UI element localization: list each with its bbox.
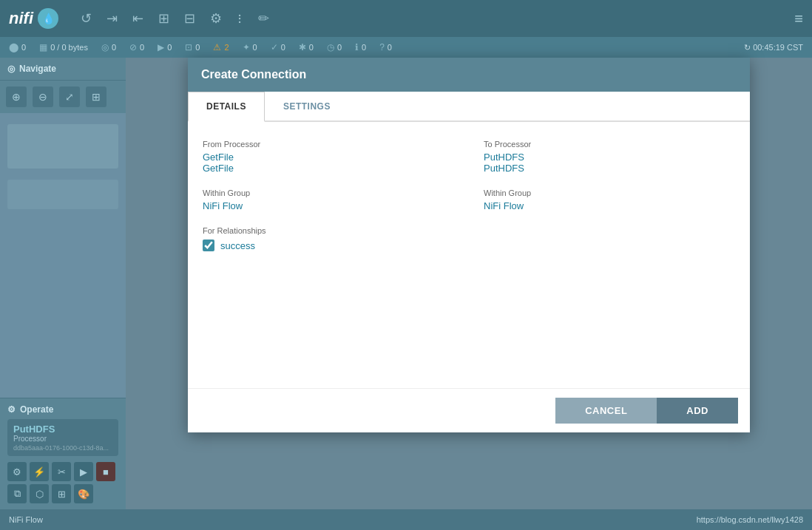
op-color-button[interactable]: 🎨: [74, 484, 93, 503]
sidebar-processor-block-2: [7, 180, 118, 209]
tab-settings[interactable]: SETTINGS: [265, 92, 349, 120]
main-area: ◎ Navigate ⊕ ⊖ ⤢ ⊞ ⚙ Operate PutHDFS Pro…: [0, 58, 812, 509]
cancel-button[interactable]: CANCEL: [555, 398, 657, 424]
to-processor-group: To Processor PutHDFS PutHDFS: [484, 140, 735, 174]
logo-area: nifi 💧: [9, 8, 58, 29]
status-item-queue: ⬤ 0: [9, 42, 26, 52]
queue-icon: ⬤: [9, 42, 18, 52]
sidebar-processor-block-1: [7, 124, 118, 169]
bytes-value: 0 / 0 bytes: [50, 43, 88, 52]
status-item-asterisk: ✱ 0: [299, 42, 314, 52]
info-count: 0: [362, 43, 366, 52]
op-play-button[interactable]: ▶: [74, 462, 93, 481]
asterisk-count: 0: [309, 43, 314, 52]
op-settings-button[interactable]: ⚙: [7, 462, 27, 481]
op-link-button[interactable]: ⬡: [30, 484, 49, 503]
modal-header: Create Connection: [188, 58, 750, 92]
toolbar-icon-edit[interactable]: ✏: [258, 10, 269, 27]
stopped-icon: ⊘: [129, 42, 137, 52]
play-icon: ▶: [158, 42, 164, 52]
question-icon: ?: [379, 42, 385, 52]
status-item-invalid: ✦ 0: [243, 42, 257, 52]
bottom-url: https://blog.csdn.net/llwy1428: [697, 515, 803, 524]
disabled-icon: ⊡: [185, 42, 192, 52]
operate-title: ⚙ Operate: [7, 404, 118, 415]
top-toolbar: nifi 💧 ↺ ⇥ ⇤ ⊞ ⊟ ⚙ ⫶ ✏ ≡: [0, 0, 812, 37]
question-count: 0: [388, 43, 392, 52]
asterisk-icon: ✱: [299, 42, 306, 52]
relationships-section: For Relationships success: [203, 226, 735, 251]
zoom-in-button[interactable]: ⊕: [6, 86, 27, 107]
time-value: 00:45:19 CST: [753, 43, 803, 52]
operate-section: ⚙ Operate PutHDFS Processor ddba5aaa-017…: [0, 398, 126, 509]
info-grid: From Processor GetFile GetFile To Proces…: [203, 140, 735, 211]
sidebar-canvas: [0, 113, 126, 398]
toolbar-icon-refresh[interactable]: ↺: [81, 10, 92, 27]
from-processor-group: From Processor GetFile GetFile: [203, 140, 454, 174]
from-within-group-value: NiFi Flow: [203, 200, 454, 211]
navigate-icon: ◎: [7, 64, 15, 74]
toolbar-icon-grid[interactable]: ⊞: [158, 10, 169, 27]
relationship-success-label: success: [220, 240, 255, 251]
op-scissors-button[interactable]: ✂: [52, 462, 71, 481]
hamburger-menu-icon[interactable]: ≡: [794, 10, 803, 27]
add-button[interactable]: ADD: [657, 398, 738, 424]
status-item-clock: ◷ 0: [327, 42, 342, 52]
modal-body: DETAILS SETTINGS From Processor GetFil: [188, 92, 750, 432]
bottom-bar: NiFi Flow https://blog.csdn.net/llwy1428: [0, 509, 812, 530]
toolbar-icon-flow[interactable]: ⫶: [237, 11, 243, 27]
toolbar-icon-in[interactable]: ⇥: [106, 10, 118, 27]
status-bar: ⬤ 0 ▦ 0 / 0 bytes ◎ 0 ⊘ 0 ▶ 0 ⊡ 0 ⚠ 2 ✦ …: [0, 37, 812, 58]
modal-footer: CANCEL ADD: [188, 388, 750, 432]
op-copy-button[interactable]: ⧉: [7, 484, 27, 503]
running-count: 0: [112, 43, 116, 52]
valid-icon: ✓: [271, 42, 278, 52]
tab-details[interactable]: DETAILS: [188, 92, 265, 122]
zoom-out-button[interactable]: ⊖: [33, 86, 53, 107]
from-processor-name2[interactable]: GetFile: [203, 163, 454, 174]
to-within-group-value: NiFi Flow: [484, 200, 735, 211]
modal-title: Create Connection: [201, 68, 306, 81]
status-item-play: ▶ 0: [158, 42, 172, 52]
status-item-running: ◎ 0: [101, 42, 116, 52]
operate-icon: ⚙: [7, 404, 16, 415]
op-group-button[interactable]: ⊞: [52, 484, 71, 503]
to-within-group: Within Group NiFi Flow: [484, 188, 735, 211]
to-processor-name1[interactable]: PutHDFS: [484, 152, 735, 163]
create-connection-dialog: Create Connection DETAILS SETTINGS: [188, 58, 750, 432]
play-count: 0: [167, 43, 172, 52]
toolbar-icon-connect[interactable]: ⚙: [210, 10, 222, 27]
refresh-time-icon: ↻: [744, 43, 753, 52]
invalid-count: 0: [253, 43, 257, 52]
grid-button[interactable]: ⊞: [86, 86, 106, 107]
from-within-group: Within Group NiFi Flow: [203, 188, 454, 211]
clock-icon: ◷: [327, 42, 334, 52]
logo-text: nifi: [9, 9, 33, 28]
from-within-group-label: Within Group: [203, 188, 454, 197]
to-processor-label: To Processor: [484, 140, 735, 149]
left-sidebar: ◎ Navigate ⊕ ⊖ ⤢ ⊞ ⚙ Operate PutHDFS Pro…: [0, 58, 126, 509]
to-within-group-label: Within Group: [484, 188, 735, 197]
toolbar-icon-out[interactable]: ⇤: [132, 10, 143, 27]
status-item-bytes: ▦ 0 / 0 bytes: [39, 42, 88, 52]
relationship-success-item: success: [203, 239, 735, 251]
tab-bar: DETAILS SETTINGS: [188, 92, 750, 122]
processor-id: ddba5aaa-0176-1000-c13d-8a...: [13, 444, 112, 452]
op-stop-button[interactable]: ■: [96, 462, 115, 481]
fit-button[interactable]: ⤢: [59, 86, 80, 107]
from-processor-name1[interactable]: GetFile: [203, 152, 454, 163]
to-processor-name2[interactable]: PutHDFS: [484, 163, 735, 174]
op-lightning-button[interactable]: ⚡: [30, 462, 49, 481]
navigate-label: Navigate: [19, 64, 56, 74]
status-item-question: ? 0: [379, 42, 392, 52]
canvas-area: Create Connection DETAILS SETTINGS: [126, 58, 812, 509]
clock-count: 0: [337, 43, 342, 52]
toolbar-icon-template[interactable]: ⊟: [184, 10, 195, 27]
queue-count: 0: [21, 43, 26, 52]
logo-icon: 💧: [38, 8, 58, 29]
warning-icon: ⚠: [213, 42, 221, 52]
modal-overlay: Create Connection DETAILS SETTINGS: [126, 58, 812, 509]
status-item-warning: ⚠ 2: [213, 42, 229, 52]
info-icon: ℹ: [355, 42, 359, 52]
relationship-success-checkbox[interactable]: [203, 239, 214, 251]
